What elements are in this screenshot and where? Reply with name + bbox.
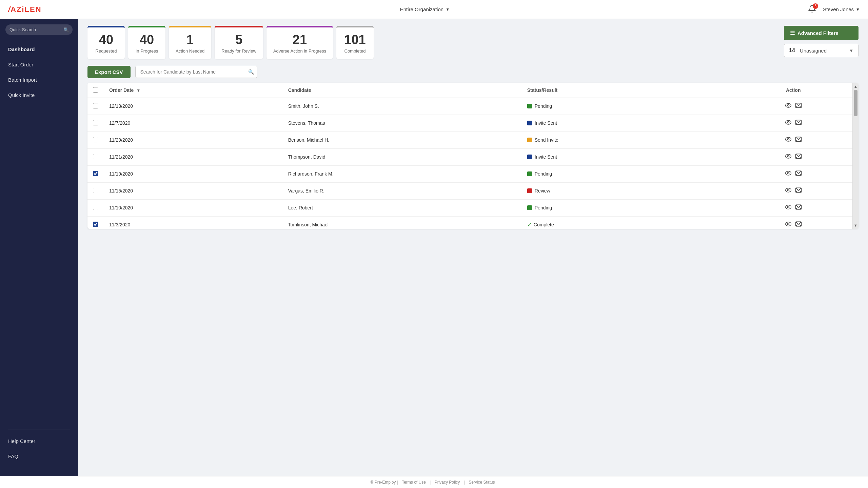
org-selector[interactable]: Entire Organization ▼	[396, 4, 454, 14]
row-candidate: Tomlinson, Michael	[283, 216, 522, 229]
quick-search-input[interactable]	[5, 24, 73, 35]
row-action	[734, 182, 852, 199]
row-checkbox[interactable]	[93, 205, 98, 210]
orders-table-container: Order Date ▼ Candidate Status/Result Act…	[87, 83, 859, 229]
stat-card-completed[interactable]: 101 Completed	[336, 26, 374, 59]
stat-number-action-needed: 1	[186, 33, 194, 47]
row-date: 11/3/2020	[104, 216, 283, 229]
row-checkbox-cell	[87, 216, 104, 229]
status-dot	[527, 155, 532, 159]
view-icon[interactable]	[785, 204, 792, 212]
table-row: 11/19/2020Richardson, Frank M.Pending	[87, 165, 852, 182]
row-status: Pending	[522, 98, 734, 115]
stat-number-requested: 40	[99, 33, 113, 47]
email-icon[interactable]	[795, 187, 802, 195]
row-candidate: Smith, John S.	[283, 98, 522, 115]
stat-card-in-progress[interactable]: 40 In Progress	[128, 26, 165, 59]
email-icon[interactable]	[795, 153, 802, 161]
sidebar-item-quick-invite[interactable]: Quick Invite	[0, 87, 78, 103]
email-icon[interactable]	[795, 102, 802, 110]
email-icon[interactable]	[795, 136, 802, 144]
row-checkbox[interactable]	[93, 222, 98, 227]
sidebar-item-faq[interactable]: FAQ	[0, 449, 78, 464]
table-row: 11/29/2020Benson, Michael H.Send Invite	[87, 131, 852, 148]
svg-point-20	[785, 171, 791, 175]
row-date: 12/13/2020	[104, 98, 283, 115]
view-icon[interactable]	[785, 221, 792, 229]
advanced-filters-label: Advanced Filters	[797, 30, 839, 36]
footer-service[interactable]: Service Status	[469, 480, 495, 485]
orders-table: Order Date ▼ Candidate Status/Result Act…	[87, 83, 852, 229]
view-icon[interactable]	[785, 170, 792, 178]
view-icon[interactable]	[785, 102, 792, 110]
sort-icon: ▼	[136, 88, 140, 93]
scroll-indicator[interactable]: ▲ ▼	[852, 83, 859, 229]
svg-point-35	[785, 222, 791, 226]
sidebar-item-batch-import[interactable]: Batch Import	[0, 72, 78, 87]
sidebar-item-start-order[interactable]: Start Order	[0, 57, 78, 72]
row-date: 11/21/2020	[104, 148, 283, 165]
candidate-search-input[interactable]	[135, 66, 257, 78]
footer-privacy[interactable]: Privacy Policy	[435, 480, 460, 485]
select-all-checkbox[interactable]	[93, 87, 98, 93]
header-status-result[interactable]: Status/Result	[522, 83, 734, 98]
stat-card-adverse-action[interactable]: 21 Adverse Action in Progress	[267, 26, 333, 59]
stat-card-action-needed[interactable]: 1 Action Needed	[169, 26, 211, 59]
row-checkbox[interactable]	[93, 120, 98, 125]
row-checkbox[interactable]	[93, 171, 98, 176]
email-icon[interactable]	[795, 204, 802, 212]
row-status: Review	[522, 182, 734, 199]
row-status: Pending	[522, 165, 734, 182]
export-csv-button[interactable]: Export CSV	[87, 66, 131, 78]
row-checkbox-cell	[87, 115, 104, 131]
svg-point-36	[787, 223, 789, 225]
row-checkbox[interactable]	[93, 188, 98, 193]
svg-point-25	[785, 188, 791, 192]
view-icon[interactable]	[785, 136, 792, 144]
header-order-date[interactable]: Order Date ▼	[104, 83, 283, 98]
chevron-down-icon: ▼	[446, 7, 450, 12]
row-checkbox[interactable]	[93, 137, 98, 142]
status-text: Pending	[535, 171, 552, 177]
advanced-filters-button[interactable]: ☰ Advanced Filters	[784, 26, 859, 40]
header-candidate[interactable]: Candidate	[283, 83, 522, 98]
logo-text: /AZiLEN	[8, 5, 42, 14]
view-icon[interactable]	[785, 119, 792, 127]
email-icon[interactable]	[795, 221, 802, 229]
table-header-row: Order Date ▼ Candidate Status/Result Act…	[87, 83, 852, 98]
scroll-up-icon[interactable]: ▲	[854, 84, 857, 88]
logo: /AZiLEN	[8, 5, 42, 14]
table-row: 12/7/2020Stevens, ThomasInvite Sent	[87, 115, 852, 131]
user-menu[interactable]: Steven Jones ▼	[823, 6, 860, 12]
status-dot	[527, 188, 532, 193]
row-checkbox[interactable]	[93, 103, 98, 108]
email-icon[interactable]	[795, 170, 802, 178]
main-layout: 🔍 Dashboard Start Order Batch Import Qui…	[0, 19, 868, 476]
sidebar-nav: Dashboard Start Order Batch Import Quick…	[0, 42, 78, 425]
stat-number-completed: 101	[344, 33, 366, 47]
stat-card-requested[interactable]: 40 Requested	[87, 26, 125, 59]
row-date: 11/15/2020	[104, 182, 283, 199]
row-checkbox[interactable]	[93, 154, 98, 159]
footer-terms[interactable]: Terms of Use	[402, 480, 426, 485]
row-action	[734, 148, 852, 165]
sidebar-item-help-center[interactable]: Help Center	[0, 433, 78, 449]
bell-button[interactable]: 5	[808, 5, 816, 14]
row-date: 11/29/2020	[104, 131, 283, 148]
candidate-search-wrapper: 🔍	[135, 66, 257, 78]
table-row: 11/15/2020Vargas, Emilio R.Review	[87, 182, 852, 199]
sidebar-item-dashboard[interactable]: Dashboard	[0, 42, 78, 57]
row-status: Invite Sent	[522, 148, 734, 165]
row-action	[734, 216, 852, 229]
row-status: Send Invite	[522, 131, 734, 148]
stat-card-ready-for-review[interactable]: 5 Ready for Review	[215, 26, 263, 59]
sidebar-bottom: Help Center FAQ	[0, 425, 78, 471]
email-icon[interactable]	[795, 119, 802, 127]
view-icon[interactable]	[785, 153, 792, 161]
unassigned-count: 14	[789, 47, 795, 54]
table-scroll-area[interactable]: Order Date ▼ Candidate Status/Result Act…	[87, 83, 852, 229]
unassigned-dropdown[interactable]: 14 Unassigned ▼	[784, 44, 859, 57]
scroll-down-icon[interactable]: ▼	[854, 223, 857, 227]
view-icon[interactable]	[785, 187, 792, 195]
row-candidate: Benson, Michael H.	[283, 131, 522, 148]
